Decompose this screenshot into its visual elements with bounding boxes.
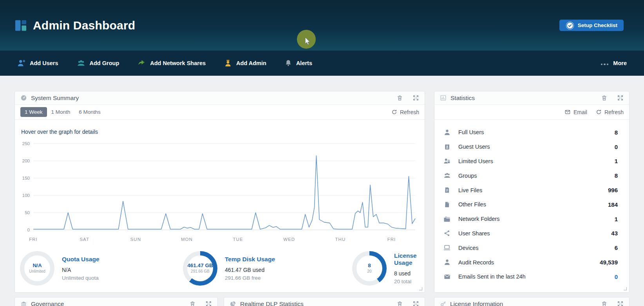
nav-item-alerts[interactable]: Alerts [284,59,312,67]
expand-panel-button[interactable] [412,301,419,306]
statistics-panel: Statistics [434,91,630,293]
panel-title: Realtime DLP Statistics [240,301,304,306]
remove-panel-button[interactable] [601,95,608,101]
quick-actions-nav: Add Users Add Group Add Network Shares A… [0,51,644,76]
nav-item-add-admin[interactable]: Add Admin [224,59,266,67]
nav-item-add-users[interactable]: Add Users [17,59,58,67]
setup-checklist-button[interactable]: Setup Checklist [559,20,624,31]
panel-title: Governance [31,301,64,306]
pie-chart-icon [230,301,236,306]
svg-text:FRI: FRI [387,237,396,242]
svg-text:200: 200 [22,158,30,163]
expand-panel-button[interactable] [617,301,624,306]
license-information-panel: License Information [434,297,630,306]
stat-label: Full Users [458,129,484,135]
resize-handle[interactable] [419,287,422,290]
stat-label: User Shares [458,230,490,237]
svg-text:100: 100 [22,193,30,198]
trash-icon [396,95,403,101]
expand-panel-button[interactable] [205,301,212,306]
nav-more-label: More [613,60,627,66]
nav-more-button[interactable]: More [601,60,627,66]
svg-text:MON: MON [181,237,193,242]
stat-value: 6 [615,244,618,251]
remove-panel-button[interactable] [396,301,403,306]
gauge-line2: 291.66 GB free [225,275,275,281]
license-donut-chart: 8 20 [352,251,387,286]
donut-subvalue: 20 [367,269,371,274]
donut-subvalue: 291.66 GB [191,269,210,274]
mail-icon [564,109,571,115]
stat-value: 996 [608,187,618,193]
remove-panel-button[interactable] [396,95,403,101]
temp-disk-usage-gauge: 461.47 GB 291.66 GB Temp Disk Usage 461.… [183,251,352,286]
trash-icon [396,301,403,306]
refresh-button[interactable]: Refresh [391,109,419,115]
system-activity-chart[interactable]: 050100150200250FRISATSUNMONTUEWEDTHUFRI [15,135,425,246]
nav-item-add-group[interactable]: Add Group [76,59,119,67]
gauge-line2: 20 total [394,279,425,284]
stat-value-link[interactable]: 0 [615,273,618,280]
panel-title: System Summary [31,95,79,102]
gauge-title: License Usage [394,252,425,266]
stat-row-other-files: Other Files 184 [442,197,618,212]
svg-text:THU: THU [335,237,346,242]
stat-value: 1 [615,216,618,222]
page-title: Admin Dashboard [33,19,135,32]
tab-6-months[interactable]: 6 Months [74,107,105,117]
stat-row-groups: Groups 8 [442,168,618,183]
remove-panel-button[interactable] [601,301,608,306]
resize-handle[interactable] [624,287,627,290]
header: Admin Dashboard Setup Checklist [0,0,644,51]
nav-item-add-network-shares[interactable]: Add Network Shares [137,59,206,67]
stat-row-limited-users: Limited Users 1 [442,154,618,169]
laptop-icon [442,244,452,251]
stat-value: 0 [615,144,618,150]
bell-icon [284,59,292,67]
stat-value: 1 [615,158,618,164]
nav-label: Add Admin [236,60,266,66]
stat-label: Other Files [458,201,486,208]
share-icon [442,230,452,237]
remove-panel-button[interactable] [189,301,196,306]
user-icon [442,129,452,136]
trash-icon [189,301,196,306]
stat-value: 43 [611,230,618,237]
admin-dashboard-page: Admin Dashboard Setup Checklist Add User… [0,0,644,306]
statistics-toolbar: Email Refresh [434,105,629,120]
stat-row-live-files: Live Files 996 [442,183,618,197]
file-text-icon [442,186,452,194]
email-button[interactable]: Email [564,109,587,115]
expand-icon [617,95,624,101]
governance-panel: Governance [14,297,218,306]
setup-checklist-label: Setup Checklist [578,22,617,28]
chart-hint: Hover over the graph for details [15,120,425,135]
tab-1-week[interactable]: 1 Week [20,107,47,117]
refresh-label: Refresh [604,109,624,115]
check-circle-icon [566,21,574,30]
trash-icon [601,301,608,306]
system-summary-panel: System Summary 1 Week 1 M [14,91,425,293]
stat-value: 184 [608,201,618,208]
svg-text:50: 50 [25,210,30,215]
expand-panel-button[interactable] [617,95,624,101]
email-label: Email [573,109,587,115]
tab-1-month[interactable]: 1 Month [47,107,75,117]
svg-text:150: 150 [22,176,30,180]
stat-row-emails-sent: Emails Sent in the last 24h 0 [442,270,618,284]
user-plus-icon [17,59,26,67]
dashboard-grid: System Summary 1 Week 1 M [0,76,644,306]
stat-row-audit-records: Audit Records 49,539 [442,255,618,270]
stat-value: 8 [615,172,618,179]
panel-title: License Information [450,301,503,306]
users-icon [442,172,452,179]
system-summary-toolbar: 1 Week 1 Month 6 Months Refresh [15,105,425,120]
panel-title: Statistics [450,95,475,102]
expand-panel-button[interactable] [412,95,419,101]
refresh-button[interactable]: Refresh [596,109,624,115]
stat-row-user-shares: User Shares 43 [442,226,618,241]
quota-donut-chart: N/A Unlimited [20,251,54,286]
stat-label: Emails Sent in the last 24h [458,273,526,280]
donut-value: 8 [368,262,371,269]
expand-icon [412,301,419,306]
